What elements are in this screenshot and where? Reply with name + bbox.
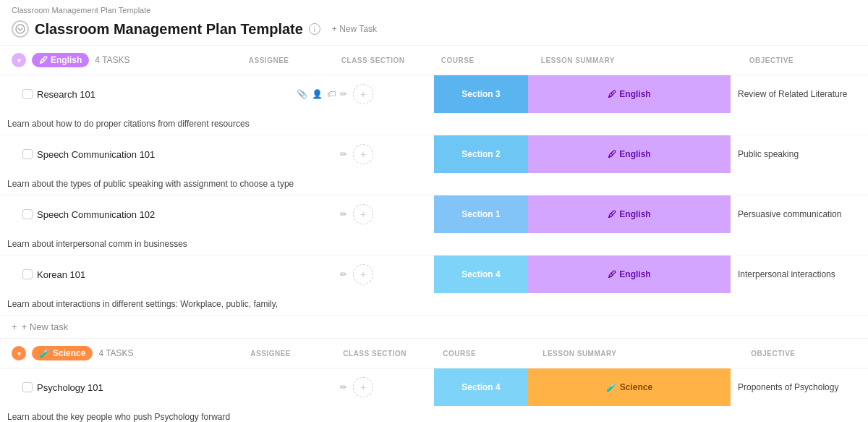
course-emoji: 🖊 xyxy=(608,149,616,159)
section-pill: Section 4 xyxy=(434,256,528,293)
clip-icon[interactable]: 📎 xyxy=(297,89,307,99)
section-pill: Section 2 xyxy=(434,135,528,173)
section-pill: Section 3 xyxy=(434,75,528,113)
task-row: ⣿ Psychology 101 ✏ + Section 4 🧪 Science… xyxy=(0,368,868,422)
group-science-header: ▾ 🧪 Science 4 TASKS ASSIGNEE CLASS SECTI… xyxy=(0,339,868,368)
collapse-title-icon[interactable] xyxy=(12,20,29,38)
group-english: ▾ 🖊 English 4 TASKS ASSIGNEE CLASS SECTI… xyxy=(0,46,868,339)
english-task-count: 4 TASKS xyxy=(95,55,129,65)
assignee-avatar[interactable]: + xyxy=(353,264,373,284)
science-col-objective: OBJECTIVE xyxy=(745,350,856,358)
course-emoji: 🧪 xyxy=(606,382,617,392)
collapse-english-button[interactable]: ▾ xyxy=(12,53,26,67)
objective-cell: Learn about the key people who push Psyc… xyxy=(0,406,347,422)
task-checkbox[interactable] xyxy=(22,89,33,99)
lesson-cell: Review of Related Literature xyxy=(731,83,868,105)
info-icon[interactable]: i xyxy=(309,23,320,35)
course-tag-science: 🧪 Science xyxy=(528,368,731,406)
group-science: ▾ 🧪 Science 4 TASKS ASSIGNEE CLASS SECTI… xyxy=(0,339,868,422)
course-cell: 🖊 English xyxy=(528,195,731,233)
group-english-tag: 🖊 English xyxy=(32,53,89,67)
objective-cell: Learn about interactions in different se… xyxy=(0,293,347,315)
assignee-avatar[interactable]: + xyxy=(353,377,373,397)
english-col-lesson: LESSON SUMMARY xyxy=(535,56,738,64)
lesson-cell: Interpersonal interactions xyxy=(731,263,868,285)
course-name: English xyxy=(619,269,650,279)
science-col-section: CLASS SECTION xyxy=(337,350,431,358)
task-checkbox[interactable] xyxy=(22,382,33,392)
course-cell: 🖊 English xyxy=(528,75,731,113)
task-name: Research 101 xyxy=(37,89,292,100)
task-name: Psychology 101 xyxy=(37,382,336,393)
course-emoji: 🖊 xyxy=(608,269,616,279)
task-checkbox[interactable] xyxy=(22,269,33,279)
task-cell-english-1: ⣿ Speech Communication 101 ✏ xyxy=(0,143,347,166)
assignee-cell: + xyxy=(347,144,434,164)
task-cell-science-0: ⣿ Psychology 101 ✏ xyxy=(0,376,347,399)
section-cell: Section 2 xyxy=(434,135,528,173)
task-cell-english-0: ⣿ Research 101 📎 👤 🏷 ✏ xyxy=(0,83,347,106)
assignee-cell: + xyxy=(347,264,434,284)
lesson-cell: Proponents of Psychology xyxy=(731,376,868,398)
course-cell: 🧪 Science xyxy=(528,368,731,406)
pencil-icon[interactable]: ✏ xyxy=(340,382,347,392)
task-row: ⣿ Speech Communication 101 ✏ + Section 2… xyxy=(0,135,868,195)
task-cell-english-2: ⣿ Speech Communication 102 ✏ xyxy=(0,203,347,226)
lesson-cell: Persuasive communication xyxy=(731,203,868,225)
task-row: ⣿ Research 101 📎 👤 🏷 ✏ + Section 3 🖊 Eng… xyxy=(0,75,868,135)
section-pill: Section 1 xyxy=(434,195,528,233)
pencil-icon[interactable]: ✏ xyxy=(340,209,347,219)
science-task-count: 4 TASKS xyxy=(98,348,133,358)
task-checkbox[interactable] xyxy=(22,149,33,159)
section-cell: Section 3 xyxy=(434,75,528,113)
course-name: Science xyxy=(620,382,652,392)
section-cell: Section 1 xyxy=(434,195,528,233)
english-col-objective: OBJECTIVE xyxy=(744,56,856,64)
english-col-section: CLASS SECTION xyxy=(336,56,430,64)
section-cell: Section 4 xyxy=(434,256,528,293)
task-name: Korean 101 xyxy=(37,269,336,280)
course-name: English xyxy=(619,89,650,99)
science-emoji: 🧪 xyxy=(39,348,50,358)
task-name: Speech Communication 102 xyxy=(37,209,336,220)
science-col-course: COURSE xyxy=(437,350,531,358)
group-english-header: ▾ 🖊 English 4 TASKS ASSIGNEE CLASS SECTI… xyxy=(0,46,868,75)
section-cell: Section 4 xyxy=(434,368,528,406)
task-cell-english-3: ⣿ Korean 101 ✏ xyxy=(0,263,347,286)
task-row: ⣿ Speech Communication 102 ✏ + Section 1… xyxy=(0,195,868,256)
science-col-lesson: LESSON SUMMARY xyxy=(537,350,739,358)
english-col-course: COURSE xyxy=(435,56,529,64)
new-task-button[interactable]: + New Task xyxy=(326,21,383,37)
group-science-tag: 🧪 Science xyxy=(32,346,93,360)
task-checkbox[interactable] xyxy=(22,209,33,219)
collapse-science-button[interactable]: ▾ xyxy=(12,346,26,360)
person-icon[interactable]: 👤 xyxy=(312,89,323,99)
pencil-icon[interactable]: ✏ xyxy=(340,89,347,99)
page-header: Classroom Management Plan Template i + N… xyxy=(0,16,868,46)
assignee-avatar[interactable]: + xyxy=(353,144,373,164)
assignee-avatar[interactable]: + xyxy=(353,204,373,224)
science-label: Science xyxy=(53,348,85,358)
pencil-icon[interactable]: ✏ xyxy=(340,149,347,159)
task-name: Speech Communication 101 xyxy=(37,149,336,160)
tag-icon[interactable]: 🏷 xyxy=(327,89,336,99)
english-label: English xyxy=(51,55,82,65)
new-task-row-english[interactable]: + + New task xyxy=(0,316,868,339)
assignee-cell: + xyxy=(347,204,434,224)
lesson-cell: Public speaking xyxy=(731,143,868,165)
course-tag: 🖊 English xyxy=(528,195,731,233)
course-tag: 🖊 English xyxy=(528,75,731,113)
objective-cell: Learn about interpersonal comm in busine… xyxy=(0,233,347,255)
science-col-assignee: ASSIGNEE xyxy=(244,350,331,358)
pencil-icon[interactable]: ✏ xyxy=(340,269,347,279)
plus-icon: + xyxy=(12,321,17,332)
task-row: ⣿ Korean 101 ✏ + Section 4 🖊 English Int… xyxy=(0,256,868,316)
course-cell: 🖊 English xyxy=(528,135,731,173)
breadcrumb: Classroom Management Plan Template xyxy=(0,0,868,16)
objective-cell: Learn about how to do proper citations f… xyxy=(0,113,347,135)
course-name: English xyxy=(619,209,650,219)
assignee-avatar[interactable]: + xyxy=(353,84,373,104)
assignee-cell: + xyxy=(347,84,434,104)
english-emoji: 🖊 xyxy=(39,55,48,65)
course-emoji: 🖊 xyxy=(608,89,616,99)
